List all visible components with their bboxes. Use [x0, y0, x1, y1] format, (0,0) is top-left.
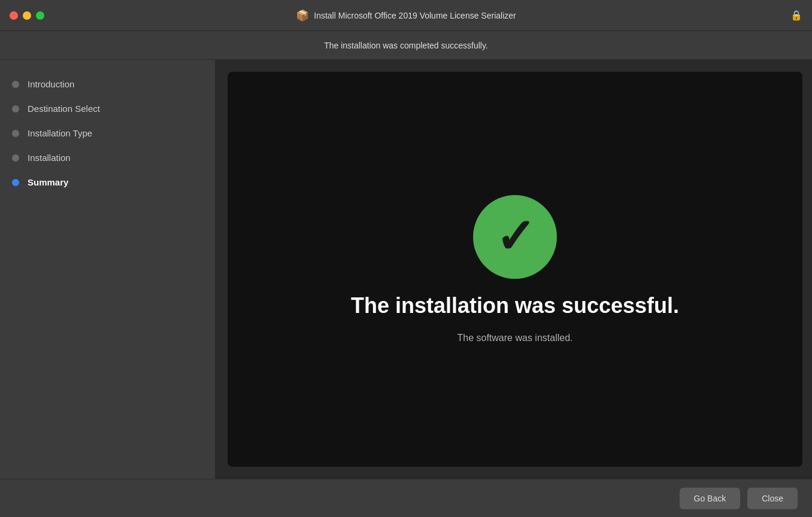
- sidebar-label-summary: Summary: [28, 177, 68, 187]
- title-bar-content: 📦 Install Microsoft Office 2019 Volume L…: [296, 9, 516, 22]
- sidebar-item-summary[interactable]: Summary: [0, 170, 215, 194]
- sidebar-item-destination-select[interactable]: Destination Select: [0, 96, 215, 121]
- sidebar-label-destination-select: Destination Select: [28, 104, 100, 114]
- success-title: The installation was successful.: [351, 293, 679, 318]
- window-title: Install Microsoft Office 2019 Volume Lic…: [314, 11, 516, 20]
- success-panel: ✓ The installation was successful. The s…: [228, 72, 802, 467]
- maximize-window-button[interactable]: [36, 11, 44, 20]
- sidebar-dot-destination-select: [12, 105, 19, 112]
- status-text: The installation was completed successfu…: [324, 41, 488, 50]
- sidebar-label-introduction: Introduction: [28, 79, 74, 89]
- sidebar: Introduction Destination Select Installa…: [0, 60, 216, 479]
- traffic-lights[interactable]: [10, 11, 44, 20]
- sidebar-label-installation: Installation: [28, 153, 71, 163]
- sidebar-item-installation-type[interactable]: Installation Type: [0, 121, 215, 145]
- minimize-window-button[interactable]: [23, 11, 31, 20]
- close-window-button[interactable]: [10, 11, 18, 20]
- app-icon: 📦: [296, 9, 309, 22]
- sidebar-dot-installation: [12, 154, 19, 162]
- success-subtitle: The software was installed.: [457, 333, 573, 343]
- sidebar-dot-introduction: [12, 81, 19, 88]
- close-button[interactable]: Close: [747, 488, 798, 509]
- sidebar-dot-summary: [12, 179, 19, 186]
- go-back-button[interactable]: Go Back: [680, 488, 741, 509]
- sidebar-item-introduction[interactable]: Introduction: [0, 72, 215, 96]
- title-bar: 📦 Install Microsoft Office 2019 Volume L…: [0, 0, 812, 31]
- sidebar-item-installation[interactable]: Installation: [0, 145, 215, 170]
- lock-icon: 🔒: [790, 10, 802, 21]
- main-content: Introduction Destination Select Installa…: [0, 60, 812, 479]
- footer: Go Back Close: [0, 479, 812, 517]
- status-bar: The installation was completed successfu…: [0, 31, 812, 60]
- sidebar-label-installation-type: Installation Type: [28, 128, 92, 138]
- checkmark-icon: ✓: [495, 213, 535, 261]
- success-circle: ✓: [473, 195, 557, 279]
- sidebar-dot-installation-type: [12, 130, 19, 137]
- content-area: ✓ The installation was successful. The s…: [216, 60, 812, 479]
